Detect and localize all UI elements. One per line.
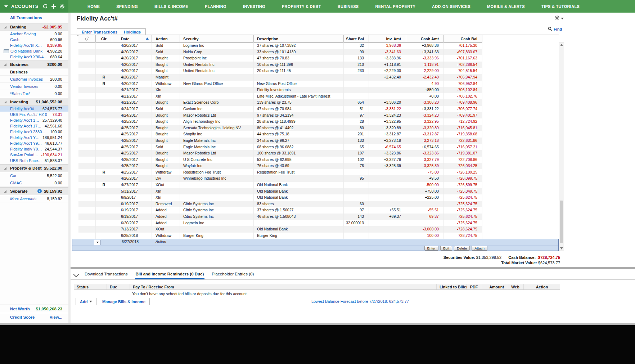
- date-column-header[interactable]: Date: [112, 35, 152, 42]
- delete-button[interactable]: Delete: [454, 246, 470, 251]
- add-reminder-button[interactable]: Add: [76, 298, 96, 305]
- info-icon[interactable]: i: [37, 189, 42, 193]
- table-row[interactable]: 6/19/2017RemovedCitrix Systems Inc83 sha…: [78, 201, 482, 207]
- table-row[interactable]: 4/21/2017XInLate Misc. Adjkustment - Lat…: [78, 93, 482, 100]
- table-row[interactable]: 4/24/2017BoughtMazor Robotics Ltd97 shar…: [78, 112, 482, 119]
- sidebar-item-sales-tax[interactable]: *Sales Tax*0.00: [0, 90, 68, 97]
- clr-column-header[interactable]: Clr: [96, 35, 112, 42]
- table-row[interactable]: 4/24/2017SoldCavium Inc47 shares @ 70.98…: [78, 106, 482, 112]
- sidebar-item-sunam-polaris-ii-p[interactable]: SunAm Polaris II P...-190,634.21: [0, 152, 68, 158]
- sidebar-item-fidelity-acc-t-2330[interactable]: Fidelity Acc't 2330...100.00: [0, 129, 68, 135]
- manage-bills-button[interactable]: Manage Bills & Income: [98, 298, 150, 305]
- refresh-icon[interactable]: [42, 4, 48, 9]
- new-transaction-row[interactable]: 6/27/2018 Action Enter Edit Delete Attac…: [72, 239, 559, 251]
- table-row[interactable]: R4/20/2017WithdrawNew Glarus Post Office…: [78, 81, 482, 87]
- register-settings-menu[interactable]: [554, 15, 564, 22]
- nav-item-investing[interactable]: INVESTING: [243, 4, 265, 9]
- sidebar-item-fidelity-acc-t-174[interactable]: Fidelity Acc't 174-...257,329.40: [0, 117, 68, 123]
- reminders-column-action[interactable]: Action: [524, 284, 560, 289]
- nav-item-mobile-alerts[interactable]: MOBILE & ALERTS: [487, 4, 525, 9]
- table-row[interactable]: R4/20/2017MargInt+2,432.40-2,432.40-706,…: [78, 74, 482, 81]
- table-row[interactable]: 4/25/2017BoughtU S Concrete Inc53 shares…: [78, 157, 482, 163]
- sidebar-item-fidelity-acc-t-y906[interactable]: Fidelity Acc't Y906...189,951.24: [0, 135, 68, 140]
- tab-placeholder-entries-0[interactable]: Placeholder Entries (0): [211, 269, 255, 279]
- table-row[interactable]: 4/25/2017BoughtSensata Technologies Hold…: [78, 125, 482, 131]
- nav-item-rental-property[interactable]: RENTAL PROPERTY: [375, 4, 415, 9]
- nav-item-property-debt[interactable]: PROPERTY & DEBT: [282, 4, 321, 9]
- tab-download-transactions[interactable]: Download Transactions: [84, 269, 129, 279]
- edit-button[interactable]: Edit: [440, 246, 452, 251]
- attach-button[interactable]: Attach: [472, 246, 487, 251]
- credit-score-row[interactable]: Credit Score View...: [0, 313, 68, 321]
- table-row[interactable]: 6/19/2017AddedCitrix Systems Inc46 share…: [78, 214, 482, 220]
- sidebar-group-business[interactable]: Business$200.00: [0, 60, 68, 68]
- table-row[interactable]: 4/26/2017DivWinnebago Industries Inc95+9…: [78, 175, 482, 182]
- table-row[interactable]: 4/20/2017SoldLogmein Inc37 shares @ 107.…: [78, 42, 482, 49]
- sidebar-item-customer-invoices[interactable]: Customer Invoices200.00: [0, 76, 68, 83]
- nav-item-add-on-services[interactable]: ADD-ON SERVICES: [432, 4, 470, 9]
- table-row[interactable]: 4/20/2017BoughtUnited Rentals Inc20 shar…: [78, 68, 482, 74]
- find-control[interactable]: Find: [548, 27, 562, 32]
- clr-dropdown[interactable]: [94, 240, 101, 245]
- lowest-balance-forecast-link[interactable]: Lowest Balance Forecast before 7/27/2018…: [311, 299, 409, 304]
- table-row[interactable]: 6/25/2018WithdrawBurger KingBurger King-…: [78, 233, 482, 239]
- nav-item-bills-income[interactable]: BILLS & INCOME: [154, 4, 188, 9]
- description-column-header[interactable]: Description: [254, 35, 344, 42]
- reminders-column-web[interactable]: Web: [507, 284, 524, 289]
- table-row[interactable]: 4/25/2017BoughtWayfair Inc76 shares @ 43…: [78, 163, 482, 169]
- table-row[interactable]: 5/31/2017XInOld National Bank+750.00-725…: [78, 188, 482, 195]
- sidebar-item-cash[interactable]: Cash600.96: [0, 37, 68, 42]
- sidebar-item-ubs-fin-acc-t-hz-0[interactable]: UBS Fin. Acc't# HZ 0-73.31: [0, 112, 68, 117]
- new-transaction-action-placeholder[interactable]: Action: [156, 239, 166, 244]
- sidebar-item-anchor-saving[interactable]: Anchor Saving0.00: [0, 31, 68, 37]
- attachment-column-header[interactable]: [78, 35, 96, 42]
- table-row[interactable]: 4/25/2017BoughtMazor Robotics Ltd100 sha…: [78, 150, 482, 157]
- scrollbar-thumb[interactable]: [560, 201, 563, 243]
- new-transaction-date[interactable]: 6/27/2018: [122, 239, 139, 244]
- sidebar-item-vendor-invoices[interactable]: Vendor Invoices0.00: [0, 83, 68, 90]
- sidebar-group-property-debt[interactable]: Property & Debt$5,522.00: [0, 164, 68, 172]
- nav-item-home[interactable]: HOME: [87, 4, 100, 9]
- nav-item-business[interactable]: BUSINESS: [338, 4, 359, 9]
- sidebar-item-old-national-bank[interactable]: Old National Bank4,902.20: [0, 48, 68, 54]
- reminders-column-pdf[interactable]: PDF: [467, 284, 481, 289]
- sidebar-item-fidelity-acc-t-x83-0[interactable]: Fidelity Acc't# X83-0...-8,189.65: [0, 42, 68, 48]
- security-column-header[interactable]: Security: [180, 35, 254, 42]
- sidebar-item-business[interactable]: Business: [0, 68, 68, 76]
- nav-item-planning[interactable]: PLANNING: [205, 4, 226, 9]
- sidebar-group-investing[interactable]: Investing$1,046,552.08: [0, 98, 68, 106]
- reminders-column-amount[interactable]: Amount: [481, 284, 507, 289]
- nav-item-tips-tutorials[interactable]: TIPS & TUTORIALS: [541, 4, 580, 9]
- table-row[interactable]: 4/20/2017BoughtProofpoint Inc47 shares @…: [78, 55, 482, 62]
- reminders-column-due[interactable]: Due: [107, 284, 130, 289]
- gear-icon[interactable]: [59, 4, 65, 9]
- scroll-up-icon[interactable]: [560, 44, 563, 46]
- sidebar-item-gmac[interactable]: GMAC0.00: [0, 179, 68, 187]
- table-row[interactable]: 6/19/2017AddedCitrix Systems Inc37 share…: [78, 207, 482, 214]
- sidebar-item-more-accounts[interactable]: More Accounts8,159.92: [0, 195, 68, 202]
- register-scrollbar[interactable]: [559, 42, 564, 251]
- sidebar-item-fidelity-acc-t-x90-49[interactable]: Fidelity Acc't X90-49...680.64: [0, 54, 68, 60]
- table-row[interactable]: 6/9/2017XInOld National Bank+225.00-725,…: [78, 194, 482, 201]
- table-row[interactable]: 4/25/2017SoldEagle Materials Inc68 share…: [78, 144, 482, 150]
- accounts-collapse-icon[interactable]: [4, 5, 8, 8]
- cashamt-column-header[interactable]: Cash Amt: [406, 35, 444, 42]
- nav-item-spending[interactable]: SPENDING: [116, 4, 138, 9]
- sidebar-item-fidelity-acc-t-y906[interactable]: Fidelity Acc't Y906...46,613.77: [0, 140, 68, 146]
- sidebar-item-fidelity-indiv-y906[interactable]: Fidelity Indiv Y906...24,544.37: [0, 146, 68, 152]
- table-row[interactable]: 4/21/2017BoughtExact Sciences Corp139 sh…: [78, 99, 482, 106]
- invamt-column-header[interactable]: Inv. Amt: [369, 35, 406, 42]
- table-row[interactable]: 4/25/2017BoughtEagle Materials Inc34 sha…: [78, 138, 482, 144]
- sidebar-item-car[interactable]: Car5,522.00: [0, 172, 68, 179]
- table-row[interactable]: 6/20/2017AddedLogmein Inc32.000013-725,6…: [78, 220, 482, 226]
- table-row[interactable]: 7/13/2017XOutOld National Bank-3,000.00-…: [78, 226, 482, 233]
- table-row[interactable]: 4/25/2017BoughtShopify Inc44 shares @ 75…: [78, 131, 482, 138]
- sharebal-column-header[interactable]: Share Bal: [344, 35, 369, 42]
- net-worth-row[interactable]: Net Worth $1,050,268.23: [0, 305, 68, 313]
- reminders-column-linked-to-biller[interactable]: Linked to Biller: [437, 284, 467, 289]
- sidebar-item-all-transactions[interactable]: All Transactions: [0, 13, 68, 22]
- accounts-header[interactable]: ACCOUNTS: [0, 0, 68, 13]
- scroll-down-icon[interactable]: [560, 247, 563, 250]
- reminders-column-status[interactable]: Status: [74, 284, 107, 289]
- table-row[interactable]: 4/21/2017XInFidelity Investments+850.00-…: [78, 87, 482, 93]
